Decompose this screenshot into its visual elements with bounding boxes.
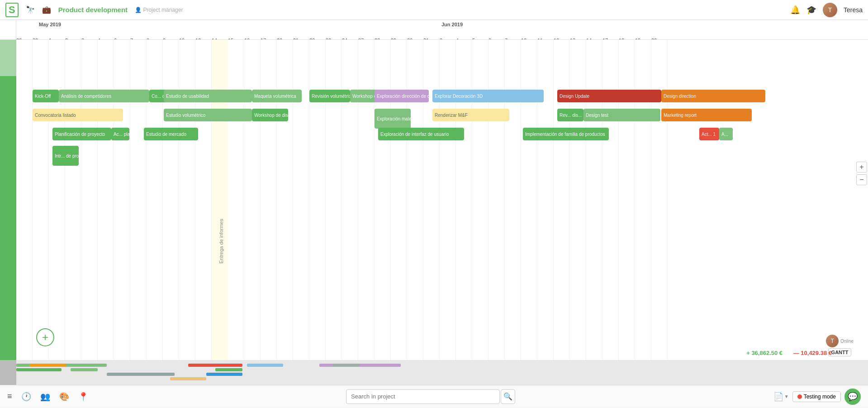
gantt-wrapper: May 2019 Jun 2019 2930123467891013141516… <box>0 20 868 385</box>
right-controls: 📄 ▼ Testing mode 💬 <box>773 389 861 405</box>
clock-icon[interactable]: 🕐 <box>21 392 31 402</box>
search-input[interactable] <box>346 389 500 404</box>
user-avatar: T <box>823 3 837 17</box>
project-name[interactable]: Product development <box>58 6 128 14</box>
task-bar[interactable]: Implementación de familia de productos <box>523 128 609 140</box>
month-may-label: May 2019 <box>39 22 61 27</box>
financial-bar: + 36,862.50 € — 10,429.38 € <box>746 350 832 356</box>
binoculars-icon[interactable]: 🔭 <box>26 5 35 14</box>
bottom-bar: ≡ 🕐 👥 🎨 📍 🔍 📄 ▼ Testing mode 💬 <box>0 385 868 408</box>
task-bar[interactable]: Estudio de mercado <box>144 128 198 140</box>
task-bar[interactable]: Maqueta volumétrica <box>252 90 302 102</box>
task-bar[interactable]: Revisión volumétrica <box>309 90 350 102</box>
location-icon[interactable]: 📍 <box>78 392 88 402</box>
task-bar[interactable]: Kick-Off <box>33 90 59 102</box>
navbar: S 🔭 💼 Product development 👤 Project mana… <box>0 0 868 20</box>
zoom-in-button[interactable]: + <box>856 162 867 173</box>
task-bar[interactable]: Intr... de pro... <box>52 146 79 166</box>
testing-mode-button[interactable]: Testing mode <box>792 391 841 402</box>
bell-icon[interactable]: 🔔 <box>790 5 800 15</box>
date-header: May 2019 Jun 2019 2930123467891013141516… <box>0 20 868 40</box>
task-bar[interactable]: Ac... pla... <box>111 128 129 140</box>
gantt-content: Entrega de informes Kick-OffAnálisis de … <box>0 40 868 360</box>
task-bar[interactable]: Explorar Decoración 3D <box>432 90 544 102</box>
add-task-button[interactable]: + <box>36 328 54 346</box>
task-bar[interactable]: Análisis de competidores <box>59 90 149 102</box>
task-bar[interactable]: Act... 1 <box>699 128 719 140</box>
user-name: Teresa <box>844 6 863 14</box>
task-bar[interactable]: A... <box>719 128 733 140</box>
search-button[interactable]: 🔍 <box>501 389 515 404</box>
zoom-controls: + − <box>856 162 867 185</box>
task-bar[interactable]: Exploración de interfaz de usuario <box>378 128 464 140</box>
people-icon[interactable]: 👥 <box>40 392 50 402</box>
briefcase-icon: 💼 <box>42 5 51 14</box>
task-bar[interactable]: Rev... dis... <box>557 109 583 121</box>
task-bar[interactable]: Estudio de usabilidad <box>164 90 252 102</box>
task-bar[interactable]: Convocatoria listado <box>33 109 123 121</box>
chat-bubble-button[interactable]: 💬 <box>844 389 861 405</box>
list-icon[interactable]: ≡ <box>7 392 12 401</box>
month-jun-label: Jun 2019 <box>441 22 463 27</box>
task-bar[interactable]: Design test <box>583 109 660 121</box>
zoom-out-button[interactable]: − <box>856 174 867 185</box>
task-bar[interactable]: Renderizar M&F <box>432 109 509 121</box>
task-bar[interactable]: Workshop de diseño <box>252 109 288 121</box>
task-bar[interactable]: Design Update <box>557 90 661 102</box>
phase-column <box>0 40 16 360</box>
top-right-controls: 🔔 🎓 T Teresa <box>790 3 863 17</box>
task-bar[interactable]: Marketing report <box>661 109 752 121</box>
search-wrap: 🔍 <box>97 389 764 404</box>
logo-icon[interactable]: S <box>5 3 19 17</box>
palette-icon[interactable]: 🎨 <box>59 392 69 402</box>
project-role-label: 👤 Project manager <box>135 7 183 13</box>
task-bar[interactable]: Planificación de proyecto <box>52 128 111 140</box>
online-label: Online <box>840 339 854 344</box>
graduation-icon[interactable]: 🎓 <box>806 5 816 15</box>
task-bar[interactable]: Estudio volumétrico <box>164 109 252 121</box>
doc-icon-button[interactable]: 📄 ▼ <box>773 392 789 402</box>
grid-area: Entrega de informes Kick-OffAnálisis de … <box>16 40 868 360</box>
mini-timeline <box>0 360 868 385</box>
task-bar[interactable]: Design direction <box>661 90 765 102</box>
task-bar[interactable]: Exploración dirección de diseño <box>375 90 429 102</box>
task-bar[interactable]: Exploración materiales de diseño <box>375 109 411 129</box>
